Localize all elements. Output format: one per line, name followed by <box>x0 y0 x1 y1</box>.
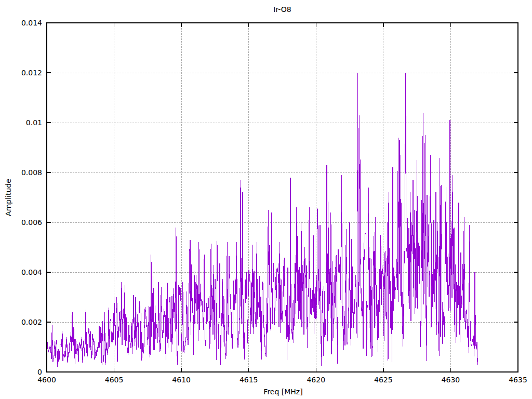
y-axis-label: Amplitude <box>4 179 12 216</box>
x-tick-label: 4635 <box>509 376 527 384</box>
y-tick-label: 0.004 <box>21 268 42 276</box>
chart-page: Ir-O8 Amplitude Freq [MHz] 4600460546104… <box>0 0 532 399</box>
x-tick-label: 4630 <box>442 376 460 384</box>
x-tick-label: 4610 <box>172 376 191 384</box>
y-tick-label: 0.01 <box>26 118 42 127</box>
chart-title: Ir-O8 <box>47 5 518 14</box>
x-tick-label: 4625 <box>374 376 393 384</box>
x-tick-label: 4615 <box>240 376 258 384</box>
plot-canvas: 4600460546104615462046254630463500.0020.… <box>0 0 532 399</box>
y-tick-label: 0.006 <box>21 218 42 227</box>
y-tick-label: 0.008 <box>21 168 42 177</box>
spectrum-line <box>47 73 477 367</box>
y-tick-label: 0.012 <box>21 69 42 77</box>
y-tick-label: 0.002 <box>21 318 42 326</box>
x-tick-label: 4605 <box>105 376 124 384</box>
x-tick-label: 4600 <box>37 376 56 384</box>
y-tick-label: 0 <box>37 368 42 376</box>
x-axis-label: Freq [MHz] <box>263 388 302 396</box>
x-tick-label: 4620 <box>307 376 325 384</box>
y-tick-label: 0.014 <box>21 19 42 27</box>
